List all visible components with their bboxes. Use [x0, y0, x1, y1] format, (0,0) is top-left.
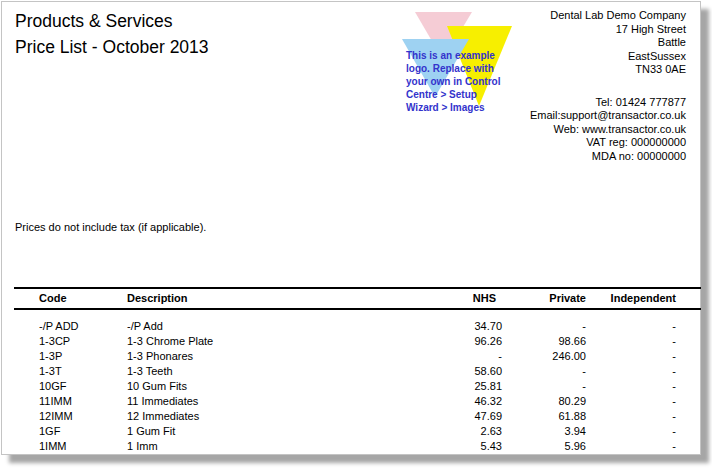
cell-code: 11IMM — [14, 393, 127, 408]
cell-nhs: - — [422, 348, 502, 363]
cell-private: 80.29 — [502, 393, 586, 408]
cell-independent: - — [586, 393, 701, 408]
cell-code: 1-3T — [14, 363, 127, 378]
contact-line: Email:support@transactor.co.uk — [530, 109, 686, 123]
table-row: 10GF10 Gum Fits25.81-- — [14, 378, 701, 393]
address-line: Dental Lab Demo Company — [530, 9, 686, 23]
logo-text-line: Wizard > Images — [406, 101, 500, 114]
address-line: 17 High Street — [530, 23, 686, 37]
column-header-code: Code — [14, 288, 127, 309]
cell-private: 246.00 — [502, 348, 586, 363]
cell-code: 1-3CP — [14, 333, 127, 348]
cell-independent: - — [586, 423, 701, 438]
cell-nhs: 34.70 — [422, 309, 502, 333]
tax-note: Prices do not include tax (if applicable… — [15, 221, 206, 233]
cell-nhs: 46.32 — [422, 393, 502, 408]
cell-independent: - — [586, 408, 701, 423]
cell-description: 12 Immediates — [127, 408, 422, 423]
logo-placeholder-text: This is an examplelogo. Replace withyour… — [406, 49, 500, 114]
company-address: Dental Lab Demo Company17 High StreetBat… — [530, 9, 686, 77]
cell-code: 1-3P — [14, 348, 127, 363]
address-line: EastSussex — [530, 50, 686, 64]
cell-nhs: 96.26 — [422, 333, 502, 348]
price-table: Code Description NHS Private Independent… — [14, 287, 701, 453]
column-header-description: Description — [127, 288, 422, 309]
column-header-private: Private — [502, 288, 586, 309]
cell-independent: - — [586, 363, 701, 378]
cell-private: - — [502, 363, 586, 378]
report-page: Products & Services Price List - October… — [1, 1, 701, 455]
cell-private: - — [502, 378, 586, 393]
column-header-independent: Independent — [586, 288, 701, 309]
contact-line: Tel: 01424 777877 — [530, 96, 686, 110]
table-row: 1GF1 Gum Fit2.633.94- — [14, 423, 701, 438]
cell-description: -/P Add — [127, 309, 422, 333]
cell-private: 5.96 — [502, 438, 586, 453]
table-row: 1IMM1 Imm5.435.96- — [14, 438, 701, 453]
logo-text-line: Centre > Setup — [406, 88, 500, 101]
logo-text-line: logo. Replace with — [406, 62, 500, 75]
report-title-line1: Products & Services — [15, 8, 209, 34]
cell-private: 3.94 — [502, 423, 586, 438]
table-row: 11IMM11 Immediates46.3280.29- — [14, 393, 701, 408]
cell-code: -/P ADD — [14, 309, 127, 333]
cell-nhs: 47.69 — [422, 408, 502, 423]
cell-nhs: 5.43 — [422, 438, 502, 453]
cell-private: 61.88 — [502, 408, 586, 423]
cell-nhs: 25.81 — [422, 378, 502, 393]
report-title: Products & Services Price List - October… — [15, 8, 209, 60]
table-row: 1-3CP1-3 Chrome Plate96.2698.66- — [14, 333, 701, 348]
table-row: 1-3P1-3 Phonares-246.00- — [14, 348, 701, 363]
cell-nhs: 2.63 — [422, 423, 502, 438]
cell-description: 1 Gum Fit — [127, 423, 422, 438]
company-details: Dental Lab Demo Company17 High StreetBat… — [530, 9, 686, 163]
column-header-nhs: NHS — [422, 288, 502, 309]
company-contact: Tel: 01424 777877Email:support@transacto… — [530, 96, 686, 164]
cell-independent: - — [586, 378, 701, 393]
cell-description: 1-3 Phonares — [127, 348, 422, 363]
cell-private: 98.66 — [502, 333, 586, 348]
company-logo: This is an examplelogo. Replace withyour… — [398, 8, 522, 116]
logo-text-line: your own in Control — [406, 75, 500, 88]
cell-description: 10 Gum Fits — [127, 378, 422, 393]
table-row: 1-3T1-3 Teeth58.60-- — [14, 363, 701, 378]
contact-line: MDA no: 00000000 — [530, 150, 686, 164]
table-row: -/P ADD-/P Add34.70-- — [14, 309, 701, 333]
cell-description: 1-3 Teeth — [127, 363, 422, 378]
cell-independent: - — [586, 348, 701, 363]
cell-description: 1-3 Chrome Plate — [127, 333, 422, 348]
cell-code: 10GF — [14, 378, 127, 393]
cell-description: 11 Immediates — [127, 393, 422, 408]
cell-code: 1GF — [14, 423, 127, 438]
cell-private: - — [502, 309, 586, 333]
table-row: 12IMM12 Immediates47.6961.88- — [14, 408, 701, 423]
logo-text-line: This is an example — [406, 49, 500, 62]
cell-code: 12IMM — [14, 408, 127, 423]
address-line: Battle — [530, 36, 686, 50]
report-title-line2: Price List - October 2013 — [15, 34, 209, 60]
cell-nhs: 58.60 — [422, 363, 502, 378]
contact-line: Web: www.transactor.co.uk — [530, 123, 686, 137]
cell-independent: - — [586, 438, 701, 453]
cell-code: 1IMM — [14, 438, 127, 453]
cell-independent: - — [586, 333, 701, 348]
table-header-row: Code Description NHS Private Independent — [14, 288, 701, 309]
cell-description: 1 Imm — [127, 438, 422, 453]
address-line: TN33 0AE — [530, 63, 686, 77]
contact-line: VAT reg: 000000000 — [530, 136, 686, 150]
cell-independent: - — [586, 309, 701, 333]
